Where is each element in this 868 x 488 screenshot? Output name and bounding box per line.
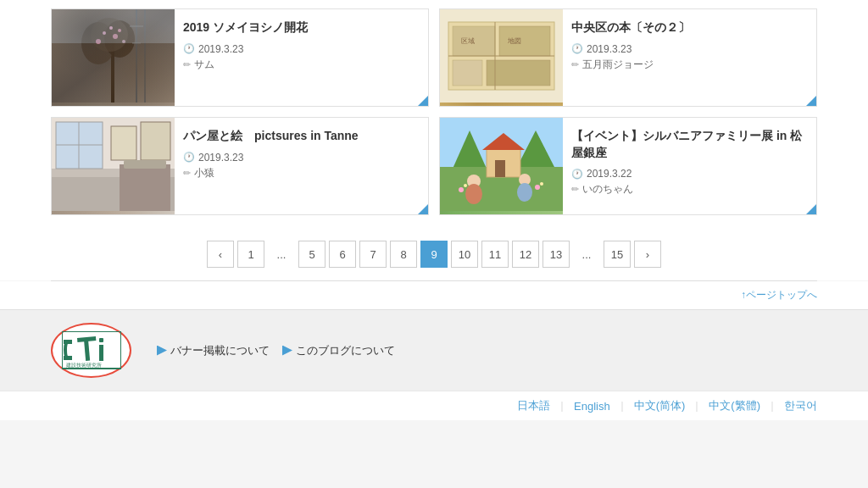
svg-rect-22 bbox=[487, 60, 550, 86]
article-card-2[interactable]: 区域 地図 中央区の本〔その２〕 🕐 2019.3.23 ✏ 五月雨ジョージ bbox=[439, 8, 817, 107]
corner-arrow-3 bbox=[418, 204, 428, 214]
play-icon-banner bbox=[157, 346, 167, 356]
footer-logo[interactable]: 建設技術研究所 bbox=[51, 323, 131, 378]
language-bar: 日本語 ｜ English ｜ 中文(简体) ｜ 中文(繁體) ｜ 한국어 bbox=[0, 391, 868, 420]
footer: 建設技術研究所 バナー掲載について このブログについて 日本語 ｜ Englis… bbox=[0, 309, 868, 420]
svg-point-9 bbox=[122, 40, 125, 43]
lang-divider-3: ｜ bbox=[692, 399, 702, 413]
svg-point-8 bbox=[113, 34, 118, 39]
article-meta-4: 🕐 2019.3.22 ✏ いのちゃん bbox=[571, 168, 808, 197]
svg-point-11 bbox=[118, 29, 121, 32]
page-btn-13[interactable]: 13 bbox=[542, 241, 570, 268]
page-top-link[interactable]: ↑ページトップへ bbox=[741, 289, 817, 301]
clock-icon-3: 🕐 bbox=[183, 152, 195, 163]
svg-text:区域: 区域 bbox=[461, 37, 475, 45]
page-btn-12[interactable]: 12 bbox=[512, 241, 539, 268]
article-card-3[interactable]: パン屋と絵 pictsures in Tanne 🕐 2019.3.23 ✏ 小… bbox=[51, 117, 429, 215]
footer-link-banner[interactable]: バナー掲載について bbox=[157, 343, 270, 358]
svg-rect-1 bbox=[52, 9, 175, 103]
lang-chinese-traditional[interactable]: 中文(繁體) bbox=[709, 398, 760, 413]
lang-japanese[interactable]: 日本語 bbox=[517, 398, 550, 413]
clock-icon-4: 🕐 bbox=[571, 169, 583, 180]
pencil-icon-2: ✏ bbox=[571, 59, 579, 70]
lang-divider-2: ｜ bbox=[617, 399, 627, 413]
dots-left: ... bbox=[268, 241, 295, 268]
lang-chinese-simplified[interactable]: 中文(简体) bbox=[634, 398, 686, 413]
svg-rect-47 bbox=[495, 160, 505, 177]
svg-point-5 bbox=[91, 18, 128, 52]
svg-point-49 bbox=[465, 184, 482, 204]
svg-rect-20 bbox=[499, 26, 550, 56]
svg-point-6 bbox=[96, 39, 101, 44]
article-card-4[interactable]: 【イベント】シルバニアファミリー展 in 松屋銀座 🕐 2019.3.22 ✏ … bbox=[439, 117, 817, 215]
article-thumb-4 bbox=[440, 118, 563, 214]
pencil-icon-3: ✏ bbox=[183, 168, 191, 179]
svg-rect-33 bbox=[111, 126, 136, 160]
svg-text:地図: 地図 bbox=[507, 37, 521, 45]
article-thumb-2: 区域 地図 bbox=[440, 9, 563, 106]
page-top-area: ↑ページトップへ bbox=[0, 281, 868, 309]
svg-point-53 bbox=[464, 184, 467, 187]
corner-arrow-4 bbox=[806, 204, 816, 214]
page-btn-9[interactable]: 9 bbox=[420, 241, 448, 268]
page-btn-8[interactable]: 8 bbox=[390, 241, 417, 268]
pencil-icon-1: ✏ bbox=[183, 59, 191, 70]
clock-icon-2: 🕐 bbox=[571, 43, 583, 54]
svg-rect-56 bbox=[64, 340, 72, 344]
page-btn-11[interactable]: 11 bbox=[481, 241, 509, 268]
article-info-2: 中央区の本〔その２〕 🕐 2019.3.23 ✏ 五月雨ジョージ bbox=[563, 9, 816, 106]
svg-rect-36 bbox=[120, 164, 170, 211]
play-icon-blog bbox=[282, 346, 292, 356]
article-title-2: 中央区の本〔その２〕 bbox=[571, 19, 808, 36]
svg-point-7 bbox=[103, 31, 106, 35]
svg-rect-59 bbox=[84, 340, 90, 361]
pencil-icon-4: ✏ bbox=[571, 184, 579, 195]
dots-right: ... bbox=[573, 241, 600, 268]
footer-link-blog[interactable]: このブログについて bbox=[282, 343, 395, 358]
article-info-1: 2019 ソメイヨシノ開花 🕐 2019.3.23 ✏ サム bbox=[175, 9, 428, 106]
svg-text:建設技術研究所: 建設技術研究所 bbox=[65, 362, 102, 368]
svg-point-10 bbox=[109, 26, 113, 30]
article-card-1[interactable]: 2019 ソメイヨシノ開花 🕐 2019.3.23 ✏ サム bbox=[51, 8, 429, 107]
page-btn-1[interactable]: 1 bbox=[237, 241, 264, 268]
pagination: ‹ 1 ... 5 6 7 8 9 10 11 12 13 ... 15 › bbox=[51, 224, 817, 280]
svg-point-3 bbox=[81, 22, 115, 64]
svg-point-52 bbox=[459, 187, 464, 192]
svg-point-51 bbox=[517, 183, 532, 202]
svg-rect-21 bbox=[453, 60, 482, 86]
page-btn-10[interactable]: 10 bbox=[451, 241, 478, 268]
articles-grid: 2019 ソメイヨシノ開花 🕐 2019.3.23 ✏ サム bbox=[51, 8, 817, 224]
svg-rect-37 bbox=[124, 160, 166, 169]
article-info-3: パン屋と絵 pictsures in Tanne 🕐 2019.3.23 ✏ 小… bbox=[175, 118, 428, 214]
footer-top: 建設技術研究所 バナー掲載について このブログについて bbox=[0, 310, 868, 391]
corner-arrow-2 bbox=[806, 96, 816, 106]
page-btn-5[interactable]: 5 bbox=[298, 241, 326, 268]
cti-logo-svg: 建設技術研究所 bbox=[62, 331, 121, 369]
next-button[interactable]: › bbox=[634, 241, 661, 268]
page-btn-6[interactable]: 6 bbox=[329, 241, 356, 268]
article-info-4: 【イベント】シルバニアファミリー展 in 松屋銀座 🕐 2019.3.22 ✏ … bbox=[563, 118, 816, 214]
article-meta-2: 🕐 2019.3.23 ✏ 五月雨ジョージ bbox=[571, 43, 808, 72]
svg-rect-16 bbox=[52, 9, 175, 43]
article-meta-1: 🕐 2019.3.23 ✏ サム bbox=[183, 43, 420, 72]
article-title-1: 2019 ソメイヨシノ開花 bbox=[183, 19, 420, 36]
svg-point-55 bbox=[540, 182, 543, 186]
main-content: 2019 ソメイヨシノ開花 🕐 2019.3.23 ✏ サム bbox=[0, 0, 868, 280]
article-title-4: 【イベント】シルバニアファミリー展 in 松屋銀座 bbox=[571, 128, 808, 161]
logo-inner: 建設技術研究所 bbox=[62, 331, 121, 369]
lang-divider-1: ｜ bbox=[557, 399, 567, 413]
prev-button[interactable]: ‹ bbox=[207, 241, 234, 268]
article-meta-3: 🕐 2019.3.23 ✏ 小猿 bbox=[183, 152, 420, 180]
page-btn-15[interactable]: 15 bbox=[604, 241, 631, 268]
lang-korean[interactable]: 한국어 bbox=[784, 398, 817, 413]
svg-point-4 bbox=[104, 20, 135, 58]
svg-rect-0 bbox=[52, 9, 175, 103]
svg-rect-57 bbox=[64, 356, 72, 360]
svg-rect-34 bbox=[141, 122, 170, 160]
page-btn-7[interactable]: 7 bbox=[359, 241, 387, 268]
article-title-3: パン屋と絵 pictsures in Tanne bbox=[183, 128, 420, 145]
article-thumb-3 bbox=[52, 118, 175, 214]
footer-links: バナー掲載について このブログについて bbox=[157, 343, 395, 358]
article-thumb-1 bbox=[52, 9, 175, 106]
lang-english[interactable]: English bbox=[574, 400, 610, 413]
